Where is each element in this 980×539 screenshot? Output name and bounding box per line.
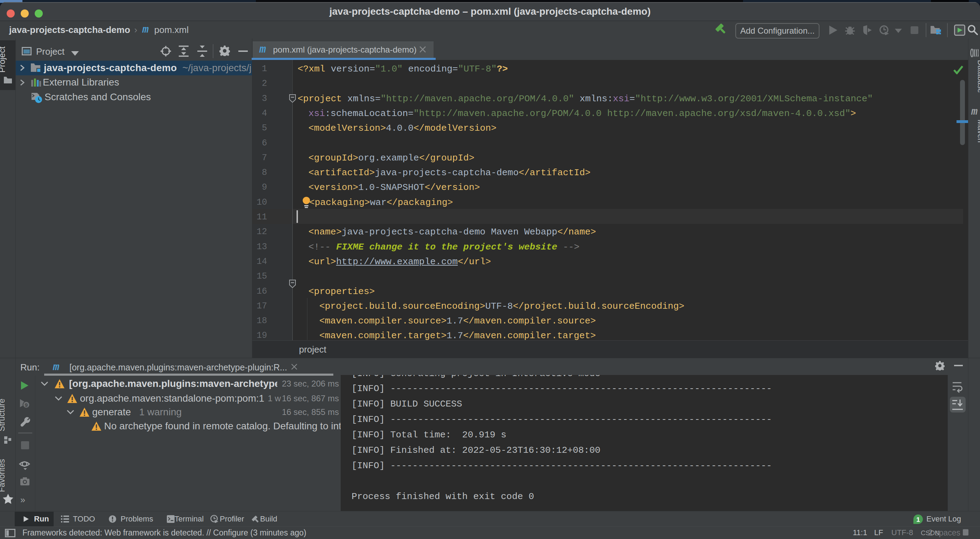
- svg-text:1: 1: [916, 516, 920, 523]
- svg-text:9: 9: [25, 402, 28, 408]
